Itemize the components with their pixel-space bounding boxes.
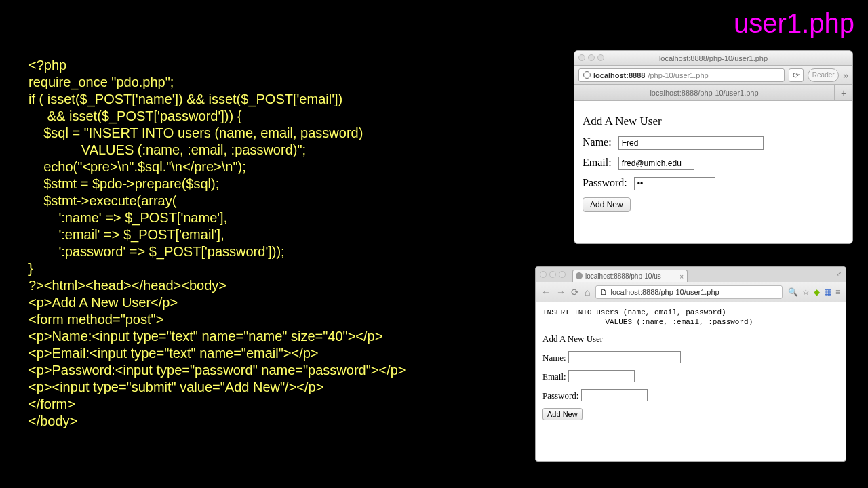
extension-icon[interactable]: ◆ [814, 287, 820, 297]
home-button[interactable]: ⌂ [585, 287, 590, 298]
password-input[interactable] [634, 177, 715, 190]
name-label: Name: [583, 136, 612, 148]
email-input[interactable] [618, 157, 694, 170]
url-text: localhost:8888/php-10/user1.php [610, 286, 719, 298]
favicon-icon [576, 272, 583, 279]
reader-button[interactable]: Reader [808, 68, 839, 82]
password-label: Password: [542, 390, 578, 401]
browser-toolbar: ← → ⟳ ⌂ 🗋 localhost:8888/php-10/user1.ph… [536, 282, 846, 302]
email-input[interactable] [568, 370, 635, 382]
sql-output: INSERT INTO users (name, email, password… [542, 308, 839, 327]
new-tab-button[interactable]: + [835, 85, 852, 100]
submit-button[interactable]: Add New [542, 408, 583, 420]
browser-tab[interactable]: localhost:8888/php-10/us × [572, 270, 688, 282]
menu-icon[interactable]: ≡ [835, 287, 840, 297]
globe-icon [583, 71, 591, 79]
search-icon[interactable]: 🔍 [788, 287, 798, 297]
extension-icon[interactable]: ▦ [824, 287, 831, 297]
page-content: INSERT INTO users (name, email, password… [536, 302, 846, 432]
password-label: Password: [583, 177, 627, 188]
slide-title: user1.php [734, 8, 854, 39]
submit-button[interactable]: Add New [583, 197, 631, 212]
tab-title: localhost:8888/php-10/us [585, 272, 661, 280]
traffic-lights[interactable] [578, 54, 604, 61]
page-heading: Add A New User [542, 333, 839, 344]
url-host: localhost:8888 [593, 69, 645, 81]
forward-button[interactable]: → [556, 287, 566, 298]
url-path: /php-10/user1.php [648, 69, 708, 81]
php-code-block: <?php require_once "pdo.php"; if ( isset… [28, 57, 406, 430]
chrome-browser-window: localhost:8888/php-10/us × ⤢ ← → ⟳ ⌂ 🗋 l… [535, 266, 846, 462]
back-button[interactable]: ← [541, 287, 551, 298]
more-button[interactable]: » [843, 70, 848, 81]
browser-tab[interactable]: localhost:8888/php-10/user1.php [574, 85, 835, 100]
reload-button[interactable]: ⟳ [571, 287, 579, 298]
name-input[interactable] [618, 136, 764, 150]
browser-toolbar: localhost:8888/php-10/user1.php ⟳ Reader… [574, 66, 852, 85]
email-label: Email: [542, 371, 566, 382]
password-input[interactable] [581, 389, 648, 401]
address-bar[interactable]: localhost:8888/php-10/user1.php [578, 68, 785, 82]
page-icon: 🗋 [600, 286, 608, 298]
page-heading: Add A New User [583, 115, 844, 128]
name-input[interactable] [568, 351, 681, 363]
reload-button[interactable]: ⟳ [789, 68, 804, 82]
tab-bar: localhost:8888/php-10/user1.php + [574, 85, 852, 101]
expand-icon[interactable]: ⤢ [836, 270, 842, 277]
tab-strip: localhost:8888/php-10/us × ⤢ [536, 267, 846, 282]
star-icon[interactable]: ☆ [802, 287, 810, 297]
close-tab-icon[interactable]: × [679, 271, 684, 283]
name-label: Name: [542, 352, 566, 363]
address-bar[interactable]: 🗋 localhost:8888/php-10/user1.php [595, 285, 783, 299]
window-title: localhost:8888/php-10/user1.php [659, 54, 768, 62]
page-content: Add A New User Name: Email: Password: Ad… [574, 101, 852, 226]
window-titlebar: localhost:8888/php-10/user1.php [574, 51, 852, 66]
email-label: Email: [583, 157, 612, 168]
safari-browser-window: localhost:8888/php-10/user1.php localhos… [574, 50, 853, 244]
traffic-lights[interactable] [540, 271, 566, 278]
